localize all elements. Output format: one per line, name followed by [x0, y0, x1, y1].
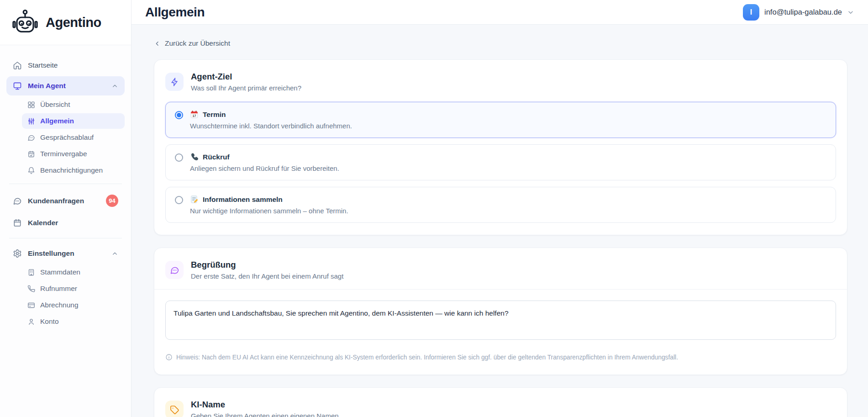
option-label: Termin	[203, 111, 226, 119]
sidebar-item-einstellungen[interactable]: Einstellungen	[6, 244, 125, 263]
sidebar-item-label: Allgemein	[40, 117, 74, 125]
card-subtitle: Der erste Satz, den Ihr Agent bei einem …	[191, 272, 343, 280]
chevron-up-icon	[111, 83, 118, 90]
topbar: Allgemein I info@tulipa-galabau.de	[132, 0, 868, 25]
sidebar-item-label: Terminvergabe	[40, 150, 87, 158]
ai-act-hint: Hinweis: Nach dem EU AI Act kann eine Ke…	[165, 354, 836, 363]
sidebar: Agentino Startseite Mein Agent	[0, 0, 132, 417]
card-title: Begrüßung	[191, 260, 343, 270]
chevron-down-icon	[847, 9, 854, 16]
option-label: Rückruf	[203, 153, 230, 161]
main-area: Allgemein I info@tulipa-galabau.de Zurüc…	[132, 0, 868, 417]
sidebar-item-stammdaten[interactable]: Stammdaten	[22, 264, 125, 280]
robot-icon	[11, 9, 39, 36]
chevron-left-icon	[154, 40, 161, 47]
chat-dots-icon	[13, 196, 22, 206]
greeting-card: Begrüßung Der erste Satz, den Ihr Agent …	[154, 248, 847, 375]
sidebar-item-label: Übersicht	[40, 100, 70, 109]
sidebar-item-label: Gesprächsablauf	[40, 133, 94, 142]
option-description: Nur wichtige Informationen sammeln – ohn…	[190, 207, 348, 215]
sidebar-item-label: Konto	[40, 317, 59, 326]
sidebar-item-allgemein[interactable]: Allgemein	[22, 113, 125, 129]
calendar-icon	[13, 218, 22, 227]
sidebar-item-rufnummer[interactable]: Rufnummer	[22, 281, 125, 296]
user-icon	[27, 318, 35, 326]
monitor-icon	[13, 81, 22, 90]
chat-bubble-icon	[27, 134, 35, 142]
sidebar-item-label: Kalender	[28, 219, 58, 227]
option-label: Informationen sammeln	[203, 195, 283, 204]
page-title: Allgemein	[145, 5, 205, 20]
divider	[9, 238, 122, 238]
goal-option-termin[interactable]: 17 Termin Wunschtermine inkl. Standort v…	[165, 102, 836, 138]
tag-icon	[165, 401, 184, 417]
greeting-textarea[interactable]: Tulipa Garten und Landschaftsbau, Sie sp…	[165, 301, 836, 340]
kundenanfragen-badge: 94	[106, 195, 118, 207]
credit-card-icon	[27, 301, 35, 309]
greeting-header: Begrüßung Der erste Satz, den Ihr Agent …	[165, 260, 836, 280]
goal-option-rueckruf[interactable]: Rückruf Anliegen sichern und Rückruf für…	[165, 144, 836, 180]
sidebar-item-abrechnung[interactable]: Abrechnung	[22, 297, 125, 313]
sidebar-item-benachrichtigungen[interactable]: Benachrichtigungen	[22, 163, 125, 178]
sliders-icon	[27, 117, 35, 125]
sidebar-item-label: Rufnummer	[40, 285, 77, 293]
sidebar-item-kundenanfragen[interactable]: Kundenanfragen 94	[6, 190, 125, 212]
calendar-emoji-icon: 17	[190, 110, 199, 119]
phone-icon	[27, 285, 35, 293]
sidebar-item-label: Stammdaten	[40, 268, 80, 276]
back-link-label: Zurück zur Übersicht	[165, 39, 230, 48]
sidebar-item-gespraechsablauf[interactable]: Gesprächsablauf	[22, 130, 125, 145]
radio-icon[interactable]	[175, 196, 183, 204]
agent-goal-card: Agent-Ziel Was soll Ihr Agent primär err…	[154, 59, 847, 235]
option-description: Wunschtermine inkl. Standort verbindlich…	[190, 122, 352, 130]
option-description: Anliegen sichern und Rückruf für Sie vor…	[190, 164, 339, 172]
divider	[154, 289, 847, 290]
ki-name-card: KI-Name Geben Sie Ihrem Agenten einen ei…	[154, 387, 847, 417]
sidebar-item-label: Einstellungen	[28, 249, 74, 258]
back-link[interactable]: Zurück zur Übersicht	[154, 39, 230, 48]
radio-icon[interactable]	[175, 153, 183, 162]
account-menu[interactable]: I info@tulipa-galabau.de	[743, 4, 854, 21]
chevron-up-icon	[111, 250, 118, 257]
sidebar-item-label: Benachrichtigungen	[40, 166, 103, 174]
sidebar-item-startseite[interactable]: Startseite	[6, 56, 125, 75]
zap-icon	[165, 73, 184, 91]
sidebar-item-uebersicht[interactable]: Übersicht	[22, 97, 125, 112]
message-icon	[165, 261, 184, 279]
app-logo: Agentino	[0, 0, 131, 45]
page-content: Zurück zur Übersicht Agent-Ziel Was soll…	[132, 25, 868, 417]
card-subtitle: Geben Sie Ihrem Agenten einen eigenen Na…	[191, 412, 339, 417]
divider	[9, 184, 122, 184]
sidebar-item-label: Abrechnung	[40, 301, 79, 309]
svg-text:17: 17	[193, 114, 196, 118]
user-email: info@tulipa-galabau.de	[764, 8, 842, 16]
memo-emoji-icon	[190, 195, 199, 204]
sidebar-item-terminvergabe[interactable]: Terminvergabe	[22, 146, 125, 162]
phone-emoji-icon	[190, 153, 199, 161]
radio-icon[interactable]	[175, 111, 183, 119]
info-icon	[165, 354, 173, 361]
sidebar-nav: Startseite Mein Agent Übersicht	[0, 45, 131, 336]
goal-option-informationen[interactable]: Informationen sammeln Nur wichtige Infor…	[165, 187, 836, 223]
grid-icon	[27, 101, 35, 109]
ki-name-header: KI-Name Geben Sie Ihrem Agenten einen ei…	[165, 400, 836, 417]
building-icon	[27, 269, 35, 276]
sidebar-item-kalender[interactable]: Kalender	[6, 213, 125, 232]
hint-text: Hinweis: Nach dem EU AI Act kann eine Ke…	[176, 354, 678, 361]
avatar: I	[743, 4, 759, 21]
gear-icon	[13, 249, 22, 258]
calendar-check-icon	[27, 150, 35, 158]
sidebar-item-label: Startseite	[28, 61, 58, 69]
sidebar-item-label: Mein Agent	[28, 82, 66, 90]
card-title: Agent-Ziel	[191, 72, 301, 82]
sidebar-item-konto[interactable]: Konto	[22, 314, 125, 329]
card-title: KI-Name	[191, 400, 339, 410]
sidebar-item-label: Kundenanfragen	[28, 197, 84, 205]
agent-goal-header: Agent-Ziel Was soll Ihr Agent primär err…	[165, 72, 836, 92]
bell-icon	[27, 167, 35, 174]
home-icon	[13, 61, 22, 70]
sidebar-item-mein-agent[interactable]: Mein Agent	[6, 76, 125, 95]
goal-options: 17 Termin Wunschtermine inkl. Standort v…	[165, 102, 836, 223]
card-subtitle: Was soll Ihr Agent primär erreichen?	[191, 84, 301, 92]
brand-name: Agentino	[46, 15, 101, 30]
